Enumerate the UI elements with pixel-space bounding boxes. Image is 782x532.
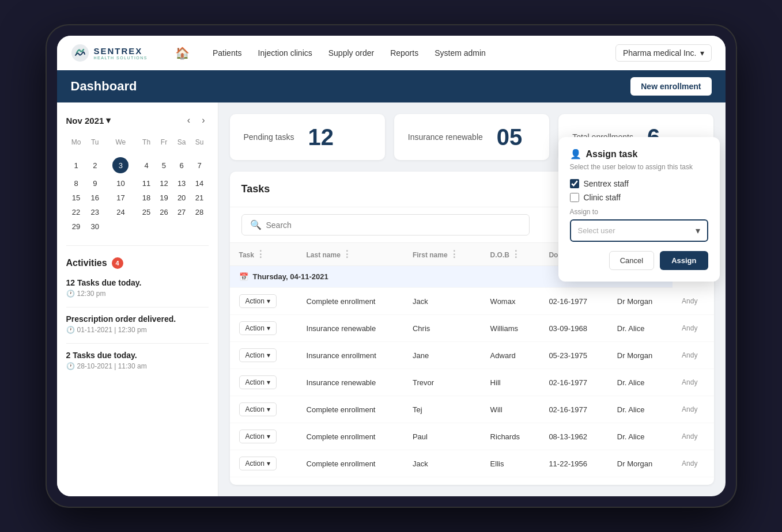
cell-action: Action ▾ bbox=[230, 342, 297, 369]
col-firstname-dots[interactable]: ⋮ bbox=[449, 249, 459, 259]
cell-doctor: Dr Morgan bbox=[608, 342, 673, 369]
calendar-day[interactable]: 4 bbox=[138, 154, 155, 176]
calendar-day[interactable]: 21 bbox=[191, 191, 209, 205]
calendar-day[interactable]: 24 bbox=[104, 205, 138, 219]
action-button[interactable]: Action ▾ bbox=[239, 402, 277, 416]
calendar-day[interactable]: 12 bbox=[155, 176, 172, 191]
chevron-down-icon: ▾ bbox=[267, 297, 270, 305]
action-button[interactable]: Action ▾ bbox=[239, 294, 277, 308]
home-icon[interactable]: 🏠 bbox=[175, 46, 190, 60]
pharma-selector[interactable]: Pharma medical Inc. ▾ bbox=[615, 44, 712, 62]
nav-injection-clinics[interactable]: Injection clinics bbox=[258, 48, 312, 58]
nav-patients[interactable]: Patients bbox=[213, 48, 242, 58]
nav-links: Patients Injection clinics Supply order … bbox=[213, 48, 597, 58]
action-button[interactable]: Action ▾ bbox=[239, 348, 277, 362]
cell-action: Action ▾ bbox=[230, 396, 297, 423]
calendar-day[interactable]: 5 bbox=[155, 154, 172, 176]
content-area: Pending tasks 12 Insurance renewable 05 … bbox=[218, 102, 726, 496]
calendar-day bbox=[155, 149, 172, 154]
action-button[interactable]: Action ▾ bbox=[239, 457, 277, 470]
search-input[interactable] bbox=[266, 221, 521, 230]
calendar-day[interactable]: 19 bbox=[155, 191, 172, 205]
chevron-down-icon: ▾ bbox=[267, 405, 270, 413]
activities-header: Activities 4 bbox=[66, 257, 209, 269]
action-button[interactable]: Action ▾ bbox=[239, 321, 277, 335]
calendar-day[interactable]: 22 bbox=[66, 205, 86, 219]
calendar-day[interactable]: 3 bbox=[104, 154, 138, 176]
clock-icon-3: 🕐 bbox=[66, 362, 75, 370]
activity-item-3: 2 Tasks due today. 🕐 28-10-2021 | 11:30 … bbox=[66, 351, 209, 370]
cal-header-tu: Tu bbox=[86, 136, 104, 149]
select-user-dropdown[interactable]: Select user ▾ bbox=[570, 219, 708, 242]
prev-month-button[interactable]: ‹ bbox=[184, 114, 194, 127]
calendar-day[interactable]: 10 bbox=[104, 176, 138, 191]
assign-to-label: Assign to bbox=[570, 208, 708, 216]
calendar-day[interactable]: 13 bbox=[173, 176, 191, 191]
calendar-day[interactable]: 2 bbox=[86, 154, 104, 176]
assign-button[interactable]: Assign bbox=[660, 251, 708, 270]
calendar-day[interactable]: 23 bbox=[86, 205, 104, 219]
cell-task: Complete enrollment bbox=[297, 423, 403, 450]
col-lastname-dots[interactable]: ⋮ bbox=[342, 249, 352, 259]
calendar-day[interactable]: 9 bbox=[86, 176, 104, 191]
nav-right: Pharma medical Inc. ▾ bbox=[615, 44, 712, 62]
cell-action: Action ▾ bbox=[230, 315, 297, 342]
calendar-day[interactable]: 28 bbox=[191, 205, 209, 219]
new-enrollment-button[interactable]: New enrollment bbox=[630, 77, 711, 96]
action-button[interactable]: Action ▾ bbox=[239, 375, 277, 389]
activity-title-2: Prescription order delivered. bbox=[66, 314, 209, 324]
brand-name: SENTREX bbox=[94, 46, 148, 56]
cell-firstname: Ellis bbox=[481, 450, 540, 477]
calendar-day bbox=[66, 149, 86, 154]
activity-divider-1 bbox=[66, 307, 209, 307]
clinic-staff-row: Clinic staff bbox=[570, 193, 708, 202]
col-task-dots[interactable]: ⋮ bbox=[256, 249, 265, 259]
activities-title: Activities bbox=[66, 258, 107, 268]
calendar-day[interactable]: 26 bbox=[155, 205, 172, 219]
calendar-day[interactable]: 25 bbox=[138, 205, 155, 219]
chevron-down-icon: ▾ bbox=[267, 324, 270, 332]
calendar-day[interactable]: 17 bbox=[104, 191, 138, 205]
nav-system-admin[interactable]: System admin bbox=[435, 48, 486, 58]
calendar-day bbox=[104, 149, 138, 154]
action-label: Action bbox=[245, 459, 265, 468]
clinic-staff-checkbox[interactable] bbox=[570, 193, 579, 202]
calendar-day[interactable]: 11 bbox=[138, 176, 155, 191]
calendar-day[interactable]: 7 bbox=[191, 154, 209, 176]
nav-reports[interactable]: Reports bbox=[390, 48, 418, 58]
stat-label-pending: Pending tasks bbox=[244, 132, 294, 142]
assign-modal-subtitle: Select the user below to assign this tas… bbox=[570, 163, 708, 171]
calendar-day[interactable]: 18 bbox=[138, 191, 155, 205]
calendar-day[interactable]: 8 bbox=[66, 176, 86, 191]
cal-header-we: We bbox=[104, 136, 138, 149]
calendar-day[interactable]: 27 bbox=[173, 205, 191, 219]
action-label: Action bbox=[245, 324, 265, 332]
table-row: Action ▾ Complete enrollment Jack Ellis … bbox=[230, 450, 714, 477]
col-task: Task ⋮ bbox=[230, 243, 297, 266]
calendar-nav: ‹ › bbox=[184, 114, 209, 127]
stat-value-insurance: 05 bbox=[497, 126, 523, 149]
month-dropdown-icon[interactable]: ▾ bbox=[106, 115, 111, 126]
calendar-day bbox=[191, 219, 209, 234]
table-row: Action ▾ Complete enrollment Jack Womax … bbox=[230, 288, 714, 315]
assign-modal-header: 👤 Assign task bbox=[570, 149, 708, 159]
nav-supply-order[interactable]: Supply order bbox=[328, 48, 374, 58]
activity-time-1: 🕐 12:30 pm bbox=[66, 290, 209, 298]
calendar-day[interactable]: 20 bbox=[173, 191, 191, 205]
calendar-day bbox=[155, 219, 172, 234]
calendar-day[interactable]: 29 bbox=[66, 219, 86, 234]
calendar-day[interactable]: 30 bbox=[86, 219, 104, 234]
calendar-day[interactable]: 14 bbox=[191, 176, 209, 191]
clock-icon-1: 🕐 bbox=[66, 290, 75, 298]
calendar-day[interactable]: 6 bbox=[173, 154, 191, 176]
calendar-day[interactable]: 15 bbox=[66, 191, 86, 205]
calendar-day[interactable]: 16 bbox=[86, 191, 104, 205]
sentrex-staff-checkbox[interactable] bbox=[570, 179, 579, 188]
cancel-button[interactable]: Cancel bbox=[609, 251, 654, 270]
calendar-day[interactable]: 1 bbox=[66, 154, 86, 176]
col-dob-dots[interactable]: ⋮ bbox=[511, 249, 520, 259]
next-month-button[interactable]: › bbox=[198, 114, 208, 127]
chevron-down-icon: ▾ bbox=[267, 459, 270, 468]
action-button[interactable]: Action ▾ bbox=[239, 430, 277, 443]
calendar-month: Nov 2021 ▾ bbox=[66, 115, 111, 126]
